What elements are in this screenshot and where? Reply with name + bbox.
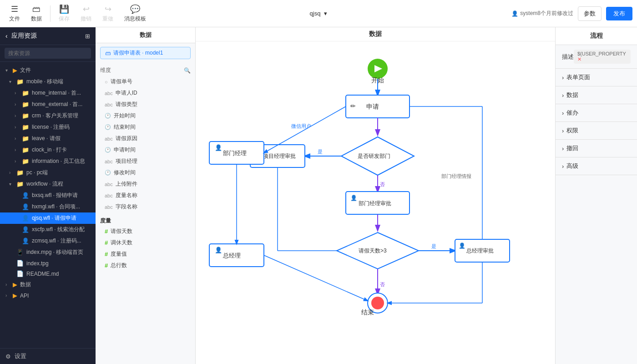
sidebar-item-label: zcmsq.wfl · 注册码... xyxy=(32,237,92,245)
dim-item-xmjl[interactable]: abc 项目经理 xyxy=(96,156,195,167)
arrow-icon: › xyxy=(5,293,10,298)
sidebar-item-clock-in[interactable]: › 📁 clock_in · 打卡 xyxy=(0,144,96,156)
sidebar-item-home-external[interactable]: › 📁 home_external · 首... xyxy=(0,99,96,110)
measure-item-qjtians[interactable]: # 请假天数 xyxy=(96,226,195,237)
measure-item-dlz[interactable]: # 度量值 xyxy=(96,248,195,260)
sidebar-item-data[interactable]: › ▶ 数据 xyxy=(0,279,96,290)
sidebar-item-label: xscfp.wfl · 线索池分配 xyxy=(32,226,92,233)
folder-icon: 📁 xyxy=(22,90,29,96)
file-icon: 📱 xyxy=(16,249,24,256)
right-panel-title: 流程 xyxy=(556,27,637,45)
sidebar-item-api[interactable]: › ▶ API xyxy=(0,290,96,301)
settings-label: 设置 xyxy=(15,352,26,360)
sidebar-item-home-internal[interactable]: › 📁 home_internal · 首... xyxy=(0,87,96,99)
dim-item-kssj[interactable]: 🕐 开始时间 xyxy=(96,110,195,121)
dim-item-zdmc[interactable]: abc 字段名称 xyxy=(96,201,195,212)
form-page-row[interactable]: › 表单页面 xyxy=(556,69,637,86)
dim-item-scfj[interactable]: abc 上传附件 xyxy=(96,178,195,190)
file-button[interactable]: ☰ 文件 xyxy=(5,2,25,25)
arrow-icon: ▾ xyxy=(5,68,10,73)
dim-type-icon: ○ xyxy=(105,79,108,85)
data-section: › 数据 xyxy=(556,86,637,104)
sidebar-item-xscfp[interactable]: 👤 xscfp.wfl · 线索池分配 xyxy=(0,224,96,235)
dim-item-sqrid[interactable]: abc 申请人ID xyxy=(96,87,195,99)
sidebar-item-pc[interactable]: › 📁 pc · pc端 xyxy=(0,167,96,178)
sidebar-item-label: 数据 xyxy=(20,281,92,288)
measure-item-txts[interactable]: # 调休天数 xyxy=(96,237,195,248)
canvas-area[interactable]: 数据 ✏ 申请 是否研发部门 是 👤 项目经理审批 xyxy=(196,27,555,364)
sidebar-item-label: README.md xyxy=(26,271,92,277)
sidebar-item-workflow[interactable]: ▾ 📁 workflow · 流程 xyxy=(0,178,96,190)
measure-icon: # xyxy=(105,262,108,269)
arrow-icon: › xyxy=(15,102,19,107)
wfl-icon: 👤 xyxy=(22,192,29,199)
sidebar-item-hxmgl[interactable]: 👤 hxmgl.wfl · 合同项... xyxy=(0,201,96,212)
dim-item-label: 请假类型 xyxy=(116,101,137,108)
measure-item-zhs[interactable]: # 总行数 xyxy=(96,260,195,271)
publish-button[interactable]: 发布 xyxy=(606,7,632,20)
data-row[interactable]: › 数据 xyxy=(556,86,637,104)
params-button[interactable]: 参数 xyxy=(578,6,602,21)
sidebar-item-files[interactable]: ▾ ▶ 文件 xyxy=(0,65,96,76)
form-page-section: › 表单页面 xyxy=(556,69,637,86)
wfl-icon: 👤 xyxy=(22,215,29,222)
sidebar-item-label: license · 注册码 xyxy=(32,123,92,131)
template-button[interactable]: 💬 消息模板 xyxy=(120,2,151,25)
advanced-row[interactable]: › 高级 xyxy=(556,157,637,175)
dim-item-label: 修改时间 xyxy=(114,169,136,177)
svg-text:👤: 👤 xyxy=(215,144,222,152)
svg-text:否: 否 xyxy=(380,282,385,287)
dim-item-xgsj[interactable]: 🕐 修改时间 xyxy=(96,167,195,178)
permission-label: › 权限 xyxy=(562,126,578,135)
sidebar-grid-icon[interactable]: ⊞ xyxy=(85,33,90,40)
dim-item-dlmc[interactable]: abc 度量名称 xyxy=(96,190,195,201)
model-tag[interactable]: 🗃 请假申请表 · model1 xyxy=(100,47,191,59)
chevron-right-icon: › xyxy=(562,163,564,170)
dim-item-qjlx[interactable]: abc 请假类型 xyxy=(96,99,195,110)
sidebar-settings[interactable]: ⚙ 设置 xyxy=(0,348,96,364)
sidebar-item-qjsq[interactable]: 👤 qjsq.wfl · 请假申请 xyxy=(0,212,96,224)
sidebar-item-license[interactable]: › 📁 license · 注册码 xyxy=(0,121,96,133)
arrow-icon: ▾ xyxy=(9,79,14,84)
dim-item-qjdh[interactable]: ○ 请假单号 xyxy=(96,76,195,87)
dim-item-label: 请假原因 xyxy=(116,135,137,142)
remind-row[interactable]: › 催办 xyxy=(556,104,637,121)
description-value[interactable]: ${USER_PROPERTY ✕ xyxy=(574,50,631,64)
dim-item-sqsj[interactable]: 🕐 申请时间 xyxy=(96,144,195,156)
workflow-diagram[interactable]: ✏ 申请 是否研发部门 是 👤 项目经理审批 否 👤 部门经理审批 xyxy=(196,41,541,360)
dim-item-label: 字段名称 xyxy=(116,203,137,211)
svg-text:👤: 👤 xyxy=(459,242,465,249)
data-button[interactable]: 🗃 数据 xyxy=(26,3,46,25)
dim-item-jssj[interactable]: 🕐 结束时间 xyxy=(96,121,195,133)
save-button[interactable]: 💾 保存 xyxy=(54,2,74,25)
permission-row[interactable]: › 权限 xyxy=(556,122,637,139)
svg-text:申请: 申请 xyxy=(366,103,379,110)
redo-button[interactable]: ↪ 重做 xyxy=(98,2,118,25)
sidebar-item-crm[interactable]: › 📁 crm · 客户关系管理 xyxy=(0,110,96,121)
sidebar: ‹ 应用资源 ⊞ ▾ ▶ 文件 ▾ 📁 mobile · 移动端 › xyxy=(0,27,96,364)
folder-icon: 📁 xyxy=(16,78,24,85)
sidebar-item-mobile[interactable]: ▾ 📁 mobile · 移动端 xyxy=(0,76,96,87)
revoke-row[interactable]: › 撤回 xyxy=(556,140,637,157)
divider1 xyxy=(50,5,51,22)
right-panel: 流程 描述 ${USER_PROPERTY ✕ › 表单页面 › 数据 xyxy=(555,27,637,364)
save-label: 保存 xyxy=(59,15,70,23)
svg-text:✏: ✏ xyxy=(350,102,356,110)
sidebar-item-leave[interactable]: › 📁 leave · 请假 xyxy=(0,133,96,144)
folder-icon: 📁 xyxy=(22,147,29,153)
dim-item-label: 申请人ID xyxy=(116,89,137,97)
sidebar-item-zcmsq[interactable]: 👤 zcmsq.wfl · 注册码... xyxy=(0,235,96,247)
dropdown-icon[interactable]: ▾ xyxy=(324,10,327,17)
search-icon[interactable]: 🔍 xyxy=(184,67,191,74)
sidebar-item-index-mpg[interactable]: 📱 index.mpg · 移动端首页 xyxy=(0,247,96,258)
top-bar-center: qjsq ▾ xyxy=(310,10,328,17)
search-input[interactable] xyxy=(5,48,91,59)
sidebar-item-bxsq[interactable]: 👤 bxsq.wfl · 报销申请 xyxy=(0,190,96,201)
dim-item-qjyy[interactable]: abc 请假原因 xyxy=(96,133,195,144)
sidebar-item-index-tpg[interactable]: 📄 index.tpg xyxy=(0,258,96,268)
sidebar-item-readme[interactable]: 📄 README.md xyxy=(0,268,96,279)
undo-button[interactable]: ↩ 撤销 xyxy=(76,2,96,25)
top-bar: ☰ 文件 🗃 数据 💾 保存 ↩ 撤销 ↪ 重做 💬 消息模板 xyxy=(0,0,637,27)
back-icon[interactable]: ‹ xyxy=(5,32,8,40)
sidebar-item-information[interactable]: › 📁 information · 员工信息 xyxy=(0,156,96,167)
